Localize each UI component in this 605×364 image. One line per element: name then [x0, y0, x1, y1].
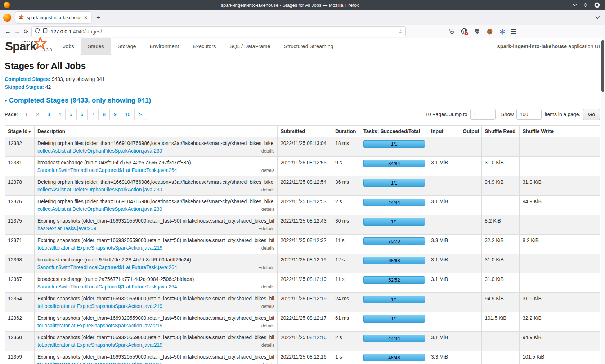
- menu-hamburger-icon[interactable]: [511, 29, 516, 34]
- details-toggle[interactable]: +details: [259, 207, 274, 212]
- details-toggle[interactable]: +details: [259, 362, 274, 364]
- spark-logo[interactable]: APACHE Spark 3.3.0: [5, 38, 51, 55]
- back-icon[interactable]: ←: [5, 29, 11, 35]
- minimize-icon[interactable]: [573, 4, 577, 6]
- details-toggle[interactable]: +details: [259, 343, 274, 348]
- completed-stages-link[interactable]: Completed Stages:: [5, 76, 50, 82]
- page-button-8[interactable]: 8: [98, 109, 110, 120]
- extension-privacy-badger-icon[interactable]: [461, 28, 468, 35]
- stage-detail-link[interactable]: collectAsList at DeleteOrphanFilesSparkA…: [37, 206, 162, 212]
- details-toggle[interactable]: +details: [259, 168, 274, 173]
- spark-nav-item-jobs[interactable]: Jobs: [56, 38, 81, 55]
- stage-detail-link[interactable]: collectAsList at DeleteOrphanFilesSparkA…: [37, 148, 162, 154]
- stage-detail-link[interactable]: $anonfun$withThreadLocalCaptured$1 at Fu…: [37, 284, 177, 290]
- page-info-icon[interactable]: [43, 28, 48, 35]
- spark-nav-item-sql-dataframe[interactable]: SQL / DataFrame: [223, 38, 277, 55]
- stage-detail-link[interactable]: toLocalIterator at ExpireSnapshotsSparkA…: [37, 245, 162, 251]
- column-header-shuffle-read[interactable]: Shuffle Read: [482, 126, 520, 137]
- extension-cookie-icon[interactable]: [486, 28, 493, 35]
- browser-tab[interactable]: spark-ingest-into-lakehous ✕: [15, 12, 91, 23]
- reload-icon[interactable]: ⟳: [24, 29, 28, 35]
- stage-description: broadcast exchange (runId 2a75677f-a771-…: [37, 276, 274, 282]
- scrollbar-thumb[interactable]: [601, 40, 604, 92]
- column-header-output[interactable]: Output: [460, 126, 482, 137]
- stage-detail-link[interactable]: toLocalIterator at ExpireSnapshotsSparkA…: [37, 303, 162, 309]
- page-button-3[interactable]: 3: [43, 109, 54, 120]
- spark-nav-item-storage[interactable]: Storage: [111, 38, 143, 55]
- input-cell: 3.1 MiB: [428, 196, 460, 215]
- stage-detail-link[interactable]: toLocalIterator at ExpireSnapshotsSparkA…: [37, 361, 162, 364]
- window-title: spark-ingest-into-lakehouse - Stages for…: [14, 3, 565, 8]
- page-label: Page:: [5, 112, 18, 117]
- page-button-6[interactable]: 6: [76, 109, 88, 120]
- tab-title: spark-ingest-into-lakehous: [27, 15, 81, 20]
- page-button-10[interactable]: 10: [121, 109, 135, 120]
- details-toggle[interactable]: +details: [259, 246, 274, 251]
- spark-nav-item-stages[interactable]: Stages: [81, 38, 111, 55]
- page-button-4[interactable]: 4: [54, 109, 66, 120]
- column-header-shuffle-write[interactable]: Shuffle Write: [520, 126, 600, 137]
- application-suffix: application UI: [568, 44, 600, 49]
- details-toggle[interactable]: +details: [259, 226, 274, 231]
- jump-to-page-input[interactable]: [470, 109, 496, 120]
- extension-shield-check-icon[interactable]: [448, 28, 456, 35]
- extension-asterisk-icon[interactable]: [499, 28, 506, 35]
- details-toggle[interactable]: +details: [259, 149, 274, 154]
- page-button-7[interactable]: 7: [87, 109, 99, 120]
- details-toggle[interactable]: +details: [259, 265, 274, 270]
- page-button-5[interactable]: 5: [65, 109, 77, 120]
- description-cell: Deleting orphan files (older_than=166910…: [35, 176, 278, 196]
- url-bar[interactable]: 127.0.0.1:4040/stages/ ☆: [31, 26, 406, 37]
- tasks-cell: 52/52: [360, 273, 428, 293]
- column-header-input[interactable]: Input: [428, 126, 460, 137]
- tasks-cell: 44/44: [360, 332, 428, 351]
- column-header-description[interactable]: Description: [35, 126, 278, 137]
- stage-detail-link[interactable]: toLocalIterator at ExpireSnapshotsSparkA…: [37, 342, 162, 348]
- page-button-1[interactable]: 1: [21, 109, 32, 120]
- details-toggle[interactable]: +details: [259, 323, 274, 328]
- next-page-button[interactable]: >: [134, 109, 146, 120]
- new-tab-button[interactable]: +: [96, 14, 100, 21]
- stage-detail-link[interactable]: collectAsList at DeleteOrphanFilesSparkA…: [37, 187, 162, 192]
- stage-id-cell: 12375: [5, 215, 35, 235]
- stage-detail-link[interactable]: toLocalIterator at ExpireSnapshotsSparkA…: [37, 323, 162, 328]
- stage-detail-link[interactable]: $anonfun$withThreadLocalCaptured$1 at Fu…: [37, 264, 177, 270]
- page-button-9[interactable]: 9: [109, 109, 121, 120]
- shield-icon[interactable]: [35, 28, 40, 35]
- spark-nav-item-structured-streaming[interactable]: Structured Streaming: [277, 38, 340, 55]
- shuffle-write-cell: 94.9 KiB: [520, 196, 600, 215]
- tab-close-icon[interactable]: ✕: [83, 15, 88, 20]
- bookmark-star-icon[interactable]: ☆: [398, 28, 403, 35]
- url-text[interactable]: 127.0.0.1:4040/stages/: [50, 29, 395, 35]
- stage-description: Expiring snapshots (older_than=166932055…: [37, 315, 274, 321]
- skipped-stages-link[interactable]: Skipped Stages:: [5, 84, 44, 90]
- stage-detail-link[interactable]: hasNext at Tasks.java:209: [37, 226, 96, 231]
- column-header-submitted[interactable]: Submitted: [278, 126, 332, 137]
- details-toggle[interactable]: +details: [259, 285, 274, 290]
- details-toggle[interactable]: +details: [259, 187, 274, 192]
- spark-nav-item-environment[interactable]: Environment: [143, 38, 186, 55]
- items-per-page-input[interactable]: [516, 109, 542, 120]
- vertical-scrollbar[interactable]: [601, 38, 605, 364]
- column-header-stage-id[interactable]: Stage Id ▾: [5, 126, 35, 137]
- firefox-logo-icon[interactable]: [3, 14, 11, 22]
- tasks-cell: 1/1: [360, 293, 428, 312]
- forward-icon[interactable]: →: [14, 29, 20, 35]
- page-button-2[interactable]: 2: [32, 109, 43, 120]
- spark-nav-item-executors[interactable]: Executors: [186, 38, 223, 55]
- completed-stages-section-toggle[interactable]: ▾ Completed Stages (9433, only showing 9…: [5, 96, 600, 104]
- extension-ublock-icon[interactable]: uO: [474, 28, 481, 35]
- maximize-icon[interactable]: [583, 3, 588, 7]
- close-window-icon[interactable]: [594, 2, 600, 8]
- collapse-arrow-icon: ▾: [5, 98, 7, 103]
- go-button[interactable]: Go: [583, 109, 600, 120]
- stage-detail-link[interactable]: $anonfun$withThreadLocalCaptured$1 at Fu…: [37, 167, 177, 173]
- column-header-duration[interactable]: Duration: [332, 126, 360, 137]
- page-title: Stages for All Jobs: [5, 61, 600, 71]
- details-toggle[interactable]: +details: [259, 304, 274, 309]
- list-all-tabs-icon[interactable]: [595, 16, 600, 19]
- shuffle-read-cell: [482, 196, 520, 215]
- submitted-cell: 2022/11/25 08:12:43: [278, 215, 332, 235]
- column-header-tasks-succeeded-total[interactable]: Tasks: Succeeded/Total: [360, 126, 428, 137]
- submitted-cell: 2022/11/25 08:12:55: [278, 157, 332, 176]
